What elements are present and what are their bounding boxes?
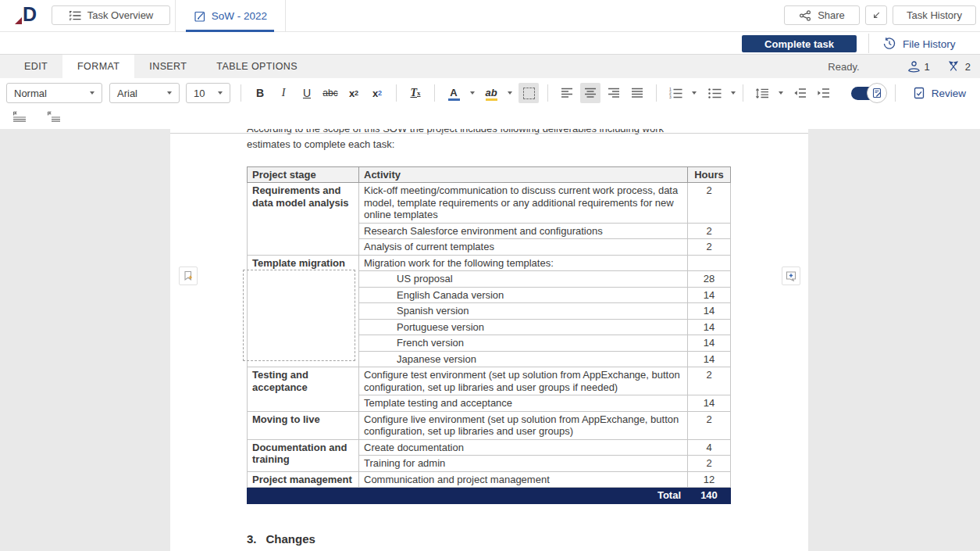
action-bar: Complete task File History <box>0 32 980 55</box>
hours-cell[interactable]: 2 <box>688 411 731 439</box>
suggest-mode-toggle[interactable] <box>851 87 879 100</box>
menu-edit[interactable]: EDIT <box>9 55 62 78</box>
hours-cell[interactable]: 28 <box>688 271 731 288</box>
stage-cell[interactable]: Moving to live <box>248 411 359 439</box>
clear-formatting-button[interactable]: Tx <box>405 83 426 103</box>
subscript-idx: 2 <box>378 89 382 97</box>
file-history-button[interactable]: File History <box>882 34 956 53</box>
stage-cell[interactable]: Requirements and data model analysis <box>248 183 359 256</box>
numbered-list-button[interactable]: 123 <box>665 83 686 103</box>
intro-paragraph-line1[interactable]: According to the scope of this SOW the p… <box>247 129 739 135</box>
collapse-view-button[interactable] <box>865 5 887 25</box>
strikethrough-button[interactable]: abc <box>320 83 340 103</box>
chevron-down-icon[interactable] <box>731 91 736 95</box>
task-overview-button[interactable]: Task Overview <box>52 5 170 25</box>
hours-cell[interactable]: 2 <box>688 456 731 472</box>
document-page[interactable]: According to the scope of this SOW the p… <box>170 129 808 551</box>
borders-button[interactable] <box>519 83 539 103</box>
hours-cell[interactable]: 14 <box>688 335 731 352</box>
decrease-indent-button[interactable] <box>789 83 810 103</box>
tab-sow-2022[interactable]: SoW - 2022 <box>175 0 286 32</box>
chevron-down-icon[interactable] <box>779 91 783 95</box>
align-right-button[interactable] <box>604 83 624 103</box>
superscript-glyph: x <box>349 88 355 99</box>
sow-table[interactable]: Project stage Activity Hours Requirement… <box>247 166 731 504</box>
page-boundary-line <box>170 133 808 134</box>
superscript-button[interactable]: x2 <box>344 83 364 103</box>
hours-cell[interactable]: 14 <box>688 351 731 367</box>
align-center-button[interactable] <box>580 83 600 103</box>
direction-ltr-button[interactable] <box>9 106 30 127</box>
activity-cell[interactable]: Japanese version <box>359 351 688 367</box>
toggle-track <box>851 87 879 100</box>
hours-cell[interactable]: 2 <box>688 239 731 256</box>
chevron-down-icon[interactable] <box>508 91 512 95</box>
stage-cell[interactable]: Project management <box>248 471 359 488</box>
stage-cell[interactable]: Template migration <box>248 255 359 367</box>
stage-cell[interactable]: Documentation and training <box>248 439 359 471</box>
direction-rtl-button[interactable] <box>44 106 64 127</box>
stage-cell[interactable]: Testing and acceptance <box>248 367 359 412</box>
collaborators-indicator[interactable]: 1 <box>905 60 930 73</box>
activity-cell[interactable]: Template testing and acceptance <box>359 395 688 412</box>
section-heading[interactable]: 3. Changes <box>247 532 315 546</box>
app-logo[interactable]: D <box>12 4 47 27</box>
chevron-down-icon[interactable] <box>692 91 697 95</box>
activity-cell[interactable]: Configure test environment (set up solut… <box>359 367 688 395</box>
toolbar-divider <box>241 84 241 102</box>
bold-button[interactable]: B <box>250 83 270 103</box>
italic-button[interactable]: I <box>273 83 294 103</box>
font-size-select[interactable]: 10 <box>186 83 230 103</box>
activity-cell[interactable]: US proposal <box>359 271 688 288</box>
activity-cell[interactable]: Spanish version <box>359 303 688 320</box>
hours-cell[interactable]: 14 <box>688 303 731 320</box>
hours-cell[interactable]: 12 <box>688 471 731 488</box>
hours-cell[interactable]: 2 <box>688 367 731 395</box>
hours-cell[interactable]: 2 <box>688 223 731 239</box>
activity-cell[interactable]: Kick-off meeting/communication to discus… <box>359 183 688 224</box>
task-history-button[interactable]: Task History <box>893 5 976 25</box>
hours-cell[interactable] <box>688 255 731 271</box>
bullet-list-button[interactable] <box>704 83 725 103</box>
chevron-down-icon <box>90 91 94 95</box>
hours-cell[interactable]: 14 <box>688 395 731 412</box>
activity-cell[interactable]: Create documentation <box>359 439 688 456</box>
justify-button[interactable] <box>627 83 647 103</box>
line-spacing-button[interactable] <box>752 83 772 103</box>
activity-cell[interactable]: Research Salesforce environment and conf… <box>359 223 688 239</box>
flags-indicator[interactable]: 2 <box>946 60 971 73</box>
review-button[interactable]: Review <box>910 83 969 103</box>
add-comment-button[interactable] <box>782 267 800 285</box>
activity-cell[interactable]: Portuguese version <box>359 319 688 335</box>
underline-button[interactable]: U <box>297 83 317 103</box>
highlight-color-button[interactable]: ab <box>481 83 501 103</box>
paragraph-style-select[interactable]: Normal <box>6 83 102 103</box>
add-bookmark-button[interactable] <box>179 267 198 285</box>
activity-cell[interactable]: Migration work for the following templat… <box>359 255 688 271</box>
align-left-button[interactable] <box>557 83 577 103</box>
hours-cell[interactable]: 4 <box>688 439 731 456</box>
menu-insert[interactable]: INSERT <box>134 55 201 78</box>
hours-cell[interactable]: 14 <box>688 319 731 335</box>
complete-task-label: Complete task <box>764 38 834 50</box>
increase-indent-button[interactable] <box>813 83 833 103</box>
subscript-button[interactable]: x2 <box>367 83 387 103</box>
font-color-button[interactable]: A <box>444 83 464 103</box>
indent-icon <box>817 88 830 98</box>
activity-cell[interactable]: Analysis of current templates <box>359 239 688 256</box>
activity-cell[interactable]: English Canada version <box>359 287 688 303</box>
hours-cell[interactable]: 2 <box>688 183 731 224</box>
complete-task-button[interactable]: Complete task <box>742 35 857 52</box>
activity-cell[interactable]: Communication and project management <box>359 471 688 488</box>
chevron-down-icon[interactable] <box>470 91 475 95</box>
share-button[interactable]: Share <box>784 5 860 25</box>
menu-table-options[interactable]: TABLE OPTIONS <box>201 55 312 78</box>
intro-paragraph-line2[interactable]: estimates to complete each task: <box>247 138 739 151</box>
menu-format[interactable]: FORMAT <box>62 55 134 78</box>
activity-cell[interactable]: Configure live environment (set up solut… <box>359 411 688 439</box>
activity-cell[interactable]: French version <box>359 335 688 352</box>
activity-cell[interactable]: Training for admin <box>359 456 688 472</box>
hours-cell[interactable]: 14 <box>688 287 731 303</box>
document-canvas: According to the scope of this SOW the p… <box>0 129 980 551</box>
font-family-select[interactable]: Arial <box>109 83 180 103</box>
